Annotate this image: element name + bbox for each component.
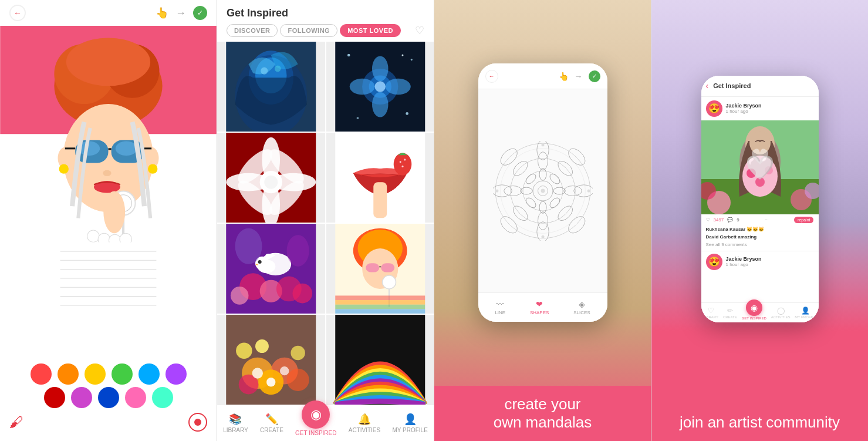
svg-point-154 [749,131,771,154]
panel-coloring-app: ← 👆 → ✓ [0,0,217,441]
community-phone: ‹ Get Inspired 😍 Jackie Bryson 1 hour ag… [701,76,819,322]
svg-rect-96 [335,305,425,309]
mandala-check-button[interactable]: ✓ [589,70,600,82]
see-all-comments[interactable]: See all 9 comments [701,241,819,248]
tool-slices[interactable]: ◈ SLICES [573,299,590,315]
comm-nav-library[interactable]: ♡ LIBRARY [703,307,718,319]
nav-library[interactable]: 📚 LIBRARY [223,413,248,433]
svg-point-84 [287,235,309,267]
nav-get-inspired[interactable]: ◉ GET INSPIRED [295,410,336,436]
tool-line[interactable]: 〰 LINE [495,299,505,315]
nav-create[interactable]: ✏️ CREATE [260,413,283,433]
svg-rect-89 [366,263,379,272]
svg-point-104 [236,342,252,359]
brush-icon[interactable]: 🖌 [9,414,23,430]
heart-overlay: 🤍 [745,153,775,181]
svg-point-137 [524,196,538,210]
grid-item-colorful-girl[interactable] [326,224,434,314]
color-red[interactable] [31,363,52,385]
post-image: 🤍 [701,120,819,214]
mandala-back-button[interactable]: ← [485,70,498,83]
svg-point-136 [548,172,561,186]
svg-point-51 [410,59,412,60]
slices-icon: ◈ [579,299,585,309]
tab-discover[interactable]: DISCOVER [227,24,278,37]
community-phone-container: ‹ Get Inspired 😍 Jackie Bryson 1 hour ag… [651,0,868,404]
color-pink-purple[interactable] [71,387,92,408]
color-yellow[interactable] [85,363,106,385]
grid-item-blue-flowers[interactable] [326,42,434,132]
like-count: 3497 [714,217,724,223]
community-screen-title: Get Inspired [713,82,751,89]
svg-rect-97 [335,309,425,314]
color-picker-icon[interactable] [188,413,207,432]
svg-point-131 [539,169,546,180]
color-row-2 [44,387,173,408]
comm-nav-inspired[interactable]: ◉ GET INSPIRED [742,305,766,320]
comm-activities-icon: ◯ [777,307,785,315]
color-dark-blue[interactable] [98,387,119,408]
comm-back-icon[interactable]: ‹ [706,81,709,90]
grid-item-blue-lady[interactable] [217,42,325,132]
panel2-title: Get Inspired [227,7,424,19]
community-bottom-nav: ♡ LIBRARY ✏ CREATE ◉ GET INSPIRED [701,302,819,322]
svg-point-141 [541,189,545,193]
grid-item-birds[interactable] [217,224,325,314]
comm-nav-activities[interactable]: ◯ ACTIVITIES [771,307,791,319]
tool-shapes[interactable]: ❤ SHAPES [530,299,549,315]
community-content: 😍 Jackie Bryson 1 hour ago [701,97,819,302]
svg-point-82 [258,260,262,264]
svg-point-143 [541,235,544,238]
repaint-button[interactable]: repaint [794,217,813,223]
svg-point-66 [264,176,278,189]
tab-most-loved[interactable]: MOST LOVED [340,24,401,37]
color-blue[interactable] [139,363,160,385]
comm-inspired-dot: ◉ [746,299,762,316]
forward-icon: → [175,7,186,19]
check-button[interactable]: ✓ [193,6,207,20]
mandala-forward-icon: → [575,72,583,81]
nav-activities[interactable]: 🔔 ACTIVITIES [349,413,380,433]
panel2-header: Get Inspired DISCOVER FOLLOWING MOST LOV… [217,0,434,42]
line-label: LINE [495,310,505,315]
heart-icon[interactable]: ♡ [415,24,424,37]
svg-point-83 [235,228,262,264]
comm-nav-create[interactable]: ✏ CREATE [723,307,737,319]
panel-community: ‹ Get Inspired 😍 Jackie Bryson 1 hour ag… [651,0,868,441]
color-green[interactable] [112,363,133,385]
color-purple[interactable] [166,363,187,385]
slices-label: SLICES [573,310,590,315]
second-user-info: Jackie Bryson 1 hour ago [726,256,762,267]
svg-point-53 [406,112,408,115]
svg-point-138 [548,196,561,210]
tab-following[interactable]: FOLLOWING [280,24,337,37]
svg-point-78 [292,284,312,304]
nav-profile[interactable]: 👤 MY PROFILE [392,413,427,433]
panel-get-inspired: Get Inspired DISCOVER FOLLOWING MOST LOV… [217,0,434,441]
mandala-phone: ← 👆 → ✓ [478,63,607,322]
grid-item-flowers-2[interactable] [217,315,325,405]
mandala-phone-container: ← 👆 → ✓ [434,0,651,386]
more-icon[interactable]: ··· [765,217,769,223]
shapes-icon: ❤ [536,299,543,309]
profile-label: MY PROFILE [392,427,427,433]
color-pink[interactable] [125,387,146,408]
comm-nav-profile[interactable]: 👤 MY PROFILE [795,307,816,319]
svg-point-23 [103,191,125,234]
svg-point-54 [401,54,403,56]
svg-point-69 [393,153,411,175]
grid-item-white-flower[interactable] [217,133,325,223]
color-orange[interactable] [58,363,79,385]
bottom-section: 🖌 [0,356,217,441]
color-dark-red[interactable] [44,387,65,408]
grid-item-rainbow[interactable] [326,315,434,405]
svg-point-47 [349,79,374,95]
back-button-1[interactable]: ← [9,5,26,21]
svg-point-134 [553,187,565,194]
grid-item-lips[interactable] [326,133,434,223]
svg-point-52 [356,117,359,119]
comm-inspired-icon: ◉ [751,303,758,312]
comment-icon[interactable]: 💬 [727,217,733,223]
like-heart-icon[interactable]: ♡ [706,217,710,223]
color-teal[interactable] [152,387,173,408]
